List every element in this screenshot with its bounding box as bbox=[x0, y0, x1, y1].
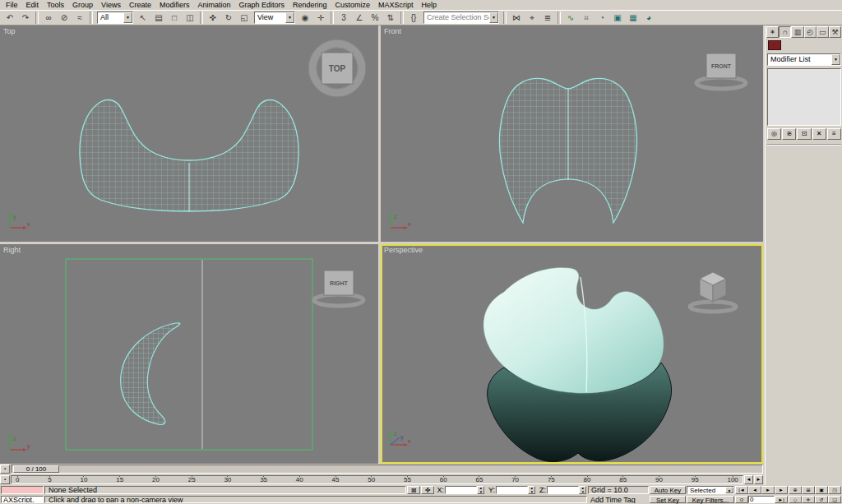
auto-key-button[interactable]: Auto Key bbox=[650, 486, 686, 494]
viewport-right[interactable]: RIGHT y z Right bbox=[0, 244, 378, 464]
spinner-snap-button[interactable]: ⇅ bbox=[383, 11, 398, 25]
macro-recorder-field[interactable] bbox=[1, 486, 44, 494]
trackbar-scroll-left-button[interactable]: ◄ bbox=[744, 475, 753, 484]
menu-item-edit[interactable]: Edit bbox=[22, 0, 44, 10]
menu-item-views[interactable]: Views bbox=[97, 0, 125, 10]
y-spinner[interactable]: ▴▾ bbox=[528, 486, 535, 494]
time-slider-handle[interactable]: 0 / 100 bbox=[13, 465, 59, 473]
tab-hierarchy-icon[interactable]: ▥ bbox=[791, 26, 803, 38]
layer-manager-button[interactable]: ≣ bbox=[540, 11, 555, 25]
select-and-link-button[interactable]: ∞ bbox=[41, 11, 56, 25]
schematic-view-button[interactable]: ⌗ bbox=[579, 11, 594, 25]
make-unique-button[interactable]: ⊡ bbox=[797, 128, 811, 140]
viewport-perspective-canvas[interactable]: x z y bbox=[381, 244, 763, 464]
spinner-down-icon[interactable]: ▾ bbox=[581, 490, 584, 494]
align-button[interactable]: ⌖ bbox=[525, 11, 539, 25]
curve-editor-button[interactable]: ∿ bbox=[563, 11, 578, 25]
tab-motion-icon[interactable]: ◴ bbox=[804, 26, 817, 38]
selected-set-select[interactable]: Selected ▼ bbox=[687, 486, 734, 494]
viewcube-gizmo[interactable]: RIGHT bbox=[314, 270, 363, 306]
configure-modifier-sets-button[interactable]: ≡ bbox=[827, 128, 841, 140]
add-time-tag-button[interactable]: Add Time Tag bbox=[588, 496, 649, 503]
time-slider-track[interactable]: 0 / 100 bbox=[11, 465, 763, 474]
y-coordinate-input[interactable] bbox=[496, 486, 528, 494]
field-of-view-button[interactable]: ◇ bbox=[789, 496, 802, 503]
menu-item-rendering[interactable]: Rendering bbox=[289, 0, 331, 10]
redo-button[interactable]: ↷ bbox=[18, 11, 33, 25]
rectangular-selection-region-button[interactable]: □ bbox=[167, 11, 182, 25]
pan-button[interactable]: ✛ bbox=[802, 496, 815, 503]
bind-to-space-warp-button[interactable]: ≈ bbox=[72, 11, 87, 25]
viewcube-gizmo[interactable] bbox=[690, 272, 736, 312]
edit-named-selection-sets-button[interactable]: {} bbox=[406, 11, 421, 25]
viewport-top-canvas[interactable]: TOP x y bbox=[0, 25, 378, 242]
object-color-swatch[interactable] bbox=[768, 40, 781, 50]
viewport-front-label[interactable]: Front bbox=[384, 27, 401, 35]
zoom-all-button[interactable]: ⊞ bbox=[802, 486, 815, 494]
arc-rotate-button[interactable]: ↺ bbox=[815, 496, 828, 503]
viewport-perspective[interactable]: x z y Perspective bbox=[381, 244, 763, 464]
spinner-down-icon[interactable]: ▾ bbox=[530, 490, 533, 494]
next-frame-button[interactable]: ► bbox=[775, 486, 788, 494]
menu-item-modifiers[interactable]: Modifiers bbox=[155, 0, 194, 10]
time-slider-toggle-button[interactable]: ▪ bbox=[0, 465, 10, 474]
select-and-move-button[interactable]: ✜ bbox=[206, 11, 220, 25]
menu-item-file[interactable]: File bbox=[2, 0, 22, 10]
material-editor-button[interactable]: ◔ bbox=[594, 11, 609, 25]
viewcube-gizmo[interactable]: TOP bbox=[308, 39, 366, 97]
play-button[interactable]: ► bbox=[761, 486, 775, 494]
z-coordinate-input[interactable] bbox=[547, 486, 579, 494]
viewcube-gizmo[interactable]: FRONT bbox=[696, 53, 746, 89]
tab-modify-icon[interactable]: ∩ bbox=[779, 26, 791, 38]
show-end-result-button[interactable]: ≋ bbox=[782, 128, 796, 140]
menu-item-maxscript[interactable]: MAXScript bbox=[374, 0, 418, 10]
x-spinner[interactable]: ▴▾ bbox=[477, 486, 484, 494]
key-mode-toggle-button[interactable]: ⊙ bbox=[735, 496, 748, 503]
selection-filter-select[interactable]: All▼ bbox=[97, 12, 133, 24]
modifier-list-select[interactable]: Modifier List ▼ bbox=[767, 53, 841, 66]
combo-arrow-icon[interactable]: ▼ bbox=[123, 12, 132, 23]
right-wireframe-mesh[interactable] bbox=[121, 323, 180, 425]
track-bar-ruler[interactable]: 0510152025303540455055606570758085909510… bbox=[11, 475, 743, 484]
viewport-top-label[interactable]: Top bbox=[3, 27, 16, 35]
pin-stack-button[interactable]: ◎ bbox=[767, 128, 781, 140]
select-and-rotate-button[interactable]: ↻ bbox=[221, 11, 236, 25]
viewport-top[interactable]: TOP x y Top bbox=[0, 25, 378, 242]
viewport-perspective-label[interactable]: Perspective bbox=[384, 246, 423, 254]
min-max-toggle-button[interactable]: ◲ bbox=[828, 496, 841, 503]
combo-arrow-icon[interactable]: ▼ bbox=[725, 487, 733, 493]
select-and-scale-button[interactable]: ◱ bbox=[237, 11, 252, 25]
percent-snap-button[interactable]: % bbox=[368, 11, 382, 25]
shaded-model[interactable] bbox=[483, 267, 672, 461]
viewport-front[interactable]: FRONT x z Front bbox=[381, 25, 763, 242]
render-type-button[interactable]: ▦ bbox=[626, 11, 641, 25]
menu-item-create[interactable]: Create bbox=[125, 0, 155, 10]
mirror-button[interactable]: ⋈ bbox=[509, 11, 524, 25]
combo-arrow-icon[interactable]: ▼ bbox=[831, 54, 840, 65]
tab-utilities-icon[interactable]: ⚒ bbox=[829, 26, 841, 38]
go-to-end-button[interactable]: ►| bbox=[775, 496, 788, 503]
snap-toggle-button[interactable]: 3 bbox=[336, 11, 351, 25]
zoom-button[interactable]: ⊕ bbox=[789, 486, 802, 494]
tab-display-icon[interactable]: ▭ bbox=[817, 26, 829, 38]
undo-button[interactable]: ↶ bbox=[2, 11, 17, 25]
key-filters-button[interactable]: Key Filters... bbox=[687, 496, 734, 503]
z-spinner[interactable]: ▴▾ bbox=[579, 486, 586, 494]
menu-item-graph-editors[interactable]: Graph Editors bbox=[234, 0, 289, 10]
angle-snap-button[interactable]: ∠ bbox=[352, 11, 367, 25]
select-object-button[interactable]: ↖ bbox=[136, 11, 150, 25]
remove-modifier-button[interactable]: ✕ bbox=[812, 128, 826, 140]
previous-frame-button[interactable]: ◄ bbox=[748, 486, 761, 494]
menu-item-animation[interactable]: Animation bbox=[193, 0, 234, 10]
quick-render-button[interactable]: ◕ bbox=[641, 11, 656, 25]
x-coordinate-input[interactable] bbox=[445, 486, 477, 494]
modifier-stack-list[interactable] bbox=[767, 68, 841, 126]
menu-item-customize[interactable]: Customize bbox=[331, 0, 375, 10]
viewport-front-canvas[interactable]: FRONT x z bbox=[381, 25, 763, 242]
unlink-selection-button[interactable]: ⊘ bbox=[57, 11, 72, 25]
use-center-button[interactable]: ◉ bbox=[298, 11, 312, 25]
named-selection-set-select[interactable]: Create Selection Set▼ bbox=[423, 12, 499, 24]
front-wireframe-mesh[interactable] bbox=[499, 78, 636, 223]
reference-coordinate-select[interactable]: View▼ bbox=[254, 12, 295, 24]
maxscript-mini-listener[interactable]: AXScript. bbox=[1, 496, 44, 503]
